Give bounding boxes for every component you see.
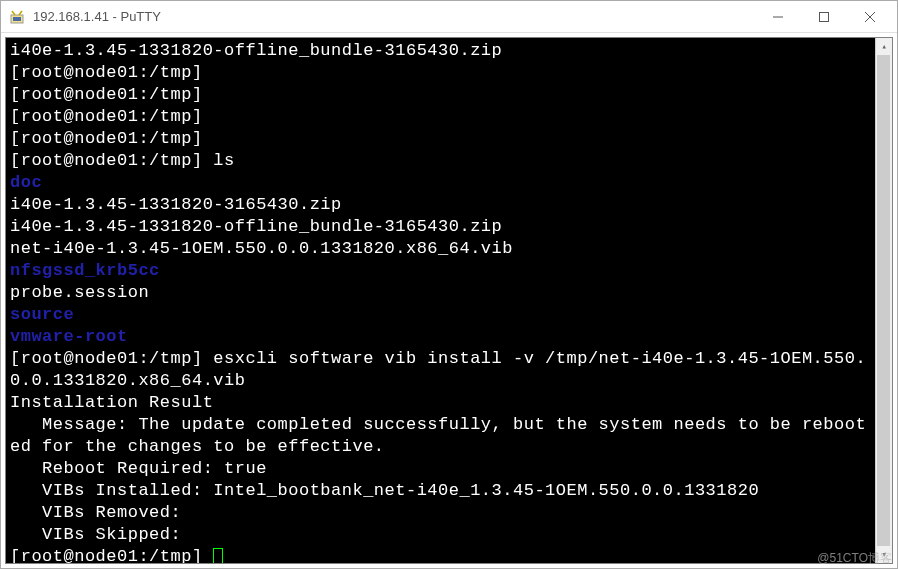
terminal-line: nfsgssd_krb5cc: [10, 260, 888, 282]
window-title: 192.168.1.41 - PuTTY: [33, 9, 755, 24]
terminal-line: 0.0.1331820.x86_64.vib: [10, 370, 888, 392]
putty-window: 192.168.1.41 - PuTTY i40e-1.3.45-1331820…: [0, 0, 898, 569]
terminal-line: [root@node01:/tmp]: [10, 546, 888, 564]
scroll-up-button[interactable]: ▴: [876, 38, 893, 55]
terminal-line: Reboot Required: true: [10, 458, 888, 480]
scrollbar[interactable]: ▴ ▾: [875, 38, 892, 563]
terminal-line: Message: The update completed successful…: [10, 414, 888, 436]
minimize-button[interactable]: [755, 2, 801, 32]
svg-line-3: [19, 11, 22, 15]
terminal-line: net-i40e-1.3.45-1OEM.550.0.0.1331820.x86…: [10, 238, 888, 260]
terminal-line: [root@node01:/tmp]: [10, 84, 888, 106]
svg-rect-1: [13, 17, 21, 21]
terminal-line: i40e-1.3.45-1331820-offline_bundle-31654…: [10, 216, 888, 238]
terminal-line: source: [10, 304, 888, 326]
putty-icon: [9, 9, 25, 25]
terminal-line: vmware-root: [10, 326, 888, 348]
close-button[interactable]: [847, 2, 893, 32]
terminal-line: i40e-1.3.45-1331820-offline_bundle-31654…: [10, 40, 888, 62]
terminal-line: [root@node01:/tmp]: [10, 62, 888, 84]
svg-line-2: [12, 11, 15, 15]
cursor: [213, 548, 223, 564]
maximize-button[interactable]: [801, 2, 847, 32]
terminal-line: VIBs Installed: Intel_bootbank_net-i40e_…: [10, 480, 888, 502]
window-controls: [755, 2, 893, 32]
terminal-line: [root@node01:/tmp]: [10, 128, 888, 150]
terminal-line: i40e-1.3.45-1331820-3165430.zip: [10, 194, 888, 216]
terminal-line: VIBs Skipped:: [10, 524, 888, 546]
terminal-line: [root@node01:/tmp] esxcli software vib i…: [10, 348, 888, 370]
terminal-line: ed for the changes to be effective.: [10, 436, 888, 458]
terminal-line: [root@node01:/tmp]: [10, 106, 888, 128]
terminal-line: Installation Result: [10, 392, 888, 414]
terminal-line: doc: [10, 172, 888, 194]
scroll-thumb[interactable]: [877, 55, 890, 546]
terminal-area[interactable]: i40e-1.3.45-1331820-offline_bundle-31654…: [5, 37, 893, 564]
terminal-line: probe.session: [10, 282, 888, 304]
terminal-line: VIBs Removed:: [10, 502, 888, 524]
terminal-line: [root@node01:/tmp] ls: [10, 150, 888, 172]
svg-rect-5: [820, 12, 829, 21]
titlebar[interactable]: 192.168.1.41 - PuTTY: [1, 1, 897, 33]
watermark: @51CTO博客: [817, 550, 892, 567]
